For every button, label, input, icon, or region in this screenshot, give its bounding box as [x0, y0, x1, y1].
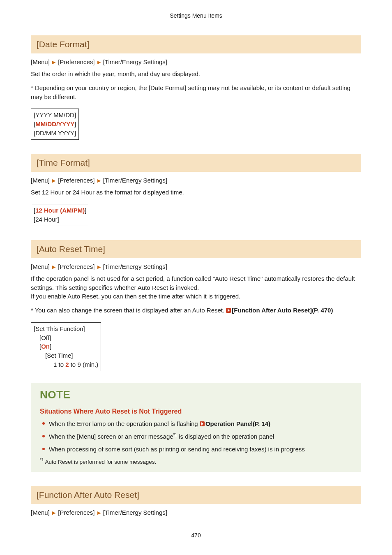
- note-title: NOTE: [40, 388, 352, 401]
- breadcrumb-preferences: [Preferences]: [58, 58, 95, 65]
- link-icon[interactable]: [226, 308, 231, 313]
- chevron-right-icon: ▶: [52, 60, 55, 65]
- breadcrumb-timer: [Timer/Energy Settings]: [103, 263, 167, 270]
- options-box-auto-reset: [Set This Function] [Off] [On] [Set Time…: [31, 322, 101, 371]
- breadcrumb-timer: [Timer/Energy Settings]: [103, 509, 167, 516]
- breadcrumb-menu: [Menu]: [31, 58, 50, 65]
- cross-reference-link[interactable]: [Function After Auto Reset](P. 470): [232, 307, 333, 314]
- paragraph: If you enable Auto Reset, you can then s…: [31, 292, 361, 301]
- paragraph: Set 12 Hour or 24 Hour as the format for…: [31, 188, 361, 197]
- chevron-right-icon: ▶: [97, 60, 101, 65]
- breadcrumb-menu: [Menu]: [31, 509, 50, 516]
- options-box-date-format: [YYYY MM/DD] [MM/DD/YYYY] [DD/MM YYYY]: [31, 109, 79, 139]
- chevron-right-icon: ▶: [97, 510, 101, 516]
- note-bullet-list: When the Error lamp on the operation pan…: [40, 419, 352, 453]
- breadcrumb-timer: [Timer/Energy Settings]: [103, 58, 167, 65]
- breadcrumb-preferences: [Preferences]: [58, 263, 95, 270]
- section-time-format: [Time Format]: [31, 154, 361, 172]
- chevron-right-icon: ▶: [52, 264, 55, 270]
- breadcrumb-timer: [Timer/Energy Settings]: [103, 177, 167, 184]
- chevron-right-icon: ▶: [52, 510, 55, 516]
- page-number: 470: [0, 532, 392, 539]
- option-mmddyyyy: [MM/DD/YYYY]: [34, 120, 76, 127]
- paragraph-crossref: * You can also change the screen that is…: [31, 306, 361, 315]
- breadcrumb-menu: [Menu]: [31, 177, 50, 184]
- list-item: When the [Menu] screen or an error messa…: [40, 432, 352, 441]
- option-24hour: [24 Hour]: [34, 216, 59, 223]
- breadcrumb: [Menu] ▶ [Preferences] ▶ [Timer/Energy S…: [31, 263, 361, 270]
- link-icon[interactable]: [200, 421, 205, 426]
- option-on: [On]: [34, 342, 98, 351]
- breadcrumb-preferences: [Preferences]: [58, 509, 95, 516]
- paragraph: If the operation panel is not used for a…: [31, 274, 361, 292]
- note-block: NOTE Situations Where Auto Reset is Not …: [31, 383, 361, 472]
- breadcrumb: [Menu] ▶ [Preferences] ▶ [Timer/Energy S…: [31, 58, 361, 65]
- option-set-time: [Set Time]: [34, 351, 98, 360]
- options-box-time-format: [12 Hour (AM/PM)] [24 Hour]: [31, 204, 89, 226]
- chevron-right-icon: ▶: [52, 178, 55, 183]
- list-item: When the Error lamp on the operation pan…: [40, 419, 352, 428]
- option-yyyy: [YYYY MM/DD]: [34, 111, 76, 118]
- option-ddmm: [DD/MM YYYY]: [34, 130, 76, 136]
- breadcrumb: [Menu] ▶ [Preferences] ▶ [Timer/Energy S…: [31, 509, 361, 516]
- option-off: [Off]: [34, 333, 98, 342]
- option-12hour: [12 Hour (AM/PM)]: [34, 207, 86, 214]
- page-header: Settings Menu Items: [31, 12, 361, 19]
- section-auto-reset: [Auto Reset Time]: [31, 240, 361, 258]
- option-set-function: [Set This Function]: [34, 325, 85, 332]
- breadcrumb-menu: [Menu]: [31, 263, 50, 270]
- breadcrumb: [Menu] ▶ [Preferences] ▶ [Timer/Energy S…: [31, 177, 361, 184]
- footnote: *1 Auto Reset is performed for some mess…: [40, 458, 352, 465]
- paragraph-note: * Depending on your country or region, t…: [31, 83, 361, 102]
- note-subtitle: Situations Where Auto Reset is Not Trigg…: [40, 408, 352, 415]
- section-date-format: [Date Format]: [31, 35, 361, 53]
- cross-reference-link[interactable]: Operation Panel(P. 14): [205, 420, 270, 427]
- chevron-right-icon: ▶: [97, 178, 101, 183]
- option-range: 1 to 2 to 9 (min.): [34, 360, 98, 369]
- section-function-after-reset: [Function After Auto Reset]: [31, 486, 361, 504]
- list-item: When processing of some sort (such as pr…: [40, 445, 352, 453]
- chevron-right-icon: ▶: [97, 264, 101, 270]
- paragraph: Set the order in which the year, month, …: [31, 69, 361, 79]
- breadcrumb-preferences: [Preferences]: [58, 177, 95, 184]
